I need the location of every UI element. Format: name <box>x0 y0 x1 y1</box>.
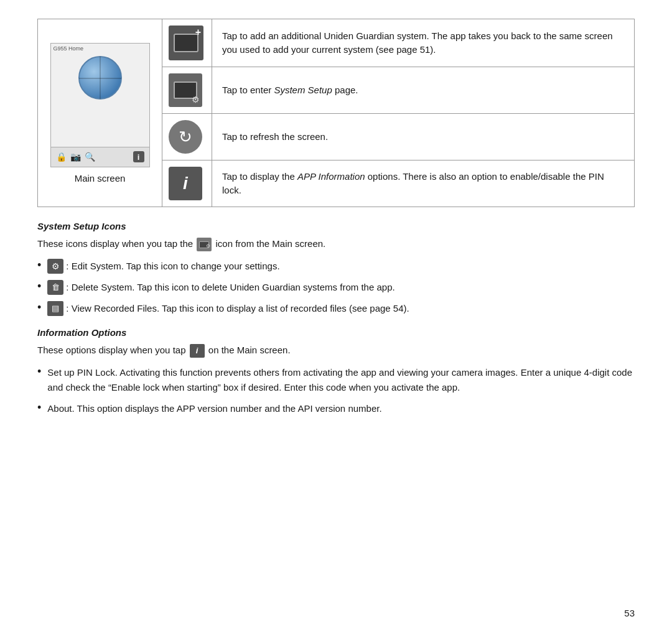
information-options-intro: These options display when you tap i on … <box>37 343 635 358</box>
information-options-section: Information Options These options displa… <box>37 327 635 416</box>
bullet-about: • About. This option displays the APP ve… <box>37 401 635 416</box>
globe-icon <box>78 56 122 100</box>
bullet-dot-3: • <box>37 301 41 315</box>
system-setup-section: System Setup Icons These icons display w… <box>37 221 635 316</box>
page-number: 53 <box>624 608 635 618</box>
view-files-icon: ▤ <box>47 301 63 316</box>
main-screen-label: Main screen <box>45 173 154 184</box>
bullet-dot-2: • <box>37 280 41 294</box>
bullet-delete: • 🗑 : Delete System. Tap this icon to de… <box>37 280 635 295</box>
refresh-icon: ↻ <box>169 120 202 154</box>
bullet-pin-lock: • Set up PIN Lock. Activating this funct… <box>37 365 635 395</box>
settings-description: Tap to enter System Setup page. <box>212 67 635 114</box>
settings-text-pre: Tap to enter <box>222 85 274 95</box>
settings-text-italic: System Setup <box>274 85 332 95</box>
plus-sign: + <box>195 27 201 38</box>
edit-system-icon: ⚙ <box>47 259 63 274</box>
gear-overlay: ⚙ <box>192 95 200 105</box>
bullet-files: • ▤ : View Recorded Files. Tap this icon… <box>37 301 635 316</box>
system-setup-header: System Setup Icons <box>37 221 635 231</box>
table-row-1: G955 Home 🔒 📷 🔍 i Main screen + Tap to a… <box>38 19 635 67</box>
system-setup-intro-text: These icons display when you tap the <box>37 238 193 249</box>
bottom-icon-3: 🔍 <box>85 152 95 162</box>
delete-system-icon: 🗑 <box>47 280 63 295</box>
refresh-description: Tap to refresh the screen. <box>212 114 635 160</box>
bullet-delete-text: : Delete System. Tap this icon to delete… <box>66 280 394 295</box>
bottom-icon-2: 📷 <box>70 152 81 162</box>
main-table: G955 Home 🔒 📷 🔍 i Main screen + Tap to a… <box>37 19 635 207</box>
bullet-about-text: About. This option displays the APP vers… <box>47 401 381 416</box>
bottom-icon-info: i <box>133 151 144 162</box>
settings-camera-icon: ⚙ <box>169 73 202 107</box>
phone-label: G955 Home <box>54 45 84 52</box>
bullet-edit: • ⚙ : Edit System. Tap this icon to chan… <box>37 259 635 274</box>
info-icon-cell: i <box>162 160 212 207</box>
settings-camera-icon-cell: ⚙ <box>162 67 212 114</box>
phone-mockup: G955 Home 🔒 📷 🔍 i <box>50 43 150 167</box>
system-setup-intro: These icons display when you tap the ⚙ i… <box>37 236 635 251</box>
inline-settings-camera-icon: ⚙ <box>197 238 212 251</box>
add-camera-text: Tap to add an additional Uniden Guardian… <box>222 30 613 55</box>
settings-text-post: page. <box>332 85 358 95</box>
refresh-icon-cell: ↻ <box>162 114 212 160</box>
inline-info-icon: i <box>190 344 205 358</box>
bullet-dot-pin: • <box>37 365 41 379</box>
system-setup-suffix-text: icon from the Main screen. <box>216 238 326 249</box>
bullet-pin-text: Set up PIN Lock. Activating this functio… <box>47 365 635 395</box>
info-text-pre: Tap to display the <box>222 171 297 182</box>
phone-bottom-bar: 🔒 📷 🔍 i <box>51 147 149 167</box>
add-camera-icon-cell: + <box>162 19 212 67</box>
info-description: Tap to display the APP Information optio… <box>212 160 635 207</box>
main-screen-cell: G955 Home 🔒 📷 🔍 i Main screen <box>38 19 162 207</box>
bullet-dot-1: • <box>37 259 41 272</box>
info-options-intro-text: These options display when you tap <box>37 345 185 355</box>
add-camera-icon: + <box>169 26 203 60</box>
info-options-suffix-text: on the Main screen. <box>208 345 291 355</box>
info-text-italic: APP Information <box>297 171 365 182</box>
refresh-text: Tap to refresh the screen. <box>222 131 328 142</box>
bullet-edit-text: : Edit System. Tap this icon to change y… <box>66 259 279 274</box>
bullet-files-text: : View Recorded Files. Tap this icon to … <box>66 301 409 316</box>
information-options-header: Information Options <box>37 327 635 338</box>
bottom-icon-1: 🔒 <box>56 152 67 162</box>
info-icon: i <box>169 167 202 200</box>
bullet-dot-about: • <box>37 401 41 415</box>
add-camera-description: Tap to add an additional Uniden Guardian… <box>212 19 635 67</box>
